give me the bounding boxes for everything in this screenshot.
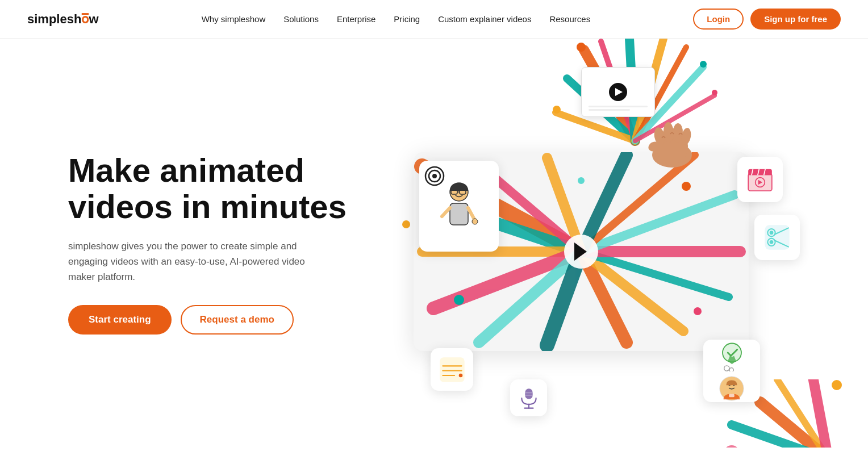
svg-point-38	[682, 182, 691, 191]
hero-right	[379, 39, 823, 448]
writing-card	[431, 348, 473, 391]
badge-card	[703, 340, 760, 402]
badge-icon	[716, 340, 748, 371]
nav-links: Why simpleshow Solutions Enterprise Pric…	[202, 14, 590, 24]
svg-point-68	[724, 365, 729, 370]
navigation: simplesho̅w Why simpleshow Solutions Ent…	[0, 0, 868, 39]
svg-rect-49	[450, 203, 468, 225]
request-demo-button[interactable]: Request a demo	[181, 305, 294, 335]
hero-subtitle: simpleshow gives you the power to create…	[68, 239, 307, 285]
nav-custom[interactable]: Custom explainer videos	[438, 14, 531, 24]
nav-solutions[interactable]: Solutions	[283, 14, 319, 24]
svg-point-10	[700, 61, 707, 68]
svg-point-79	[458, 373, 462, 377]
nav-enterprise[interactable]: Enterprise	[337, 14, 375, 24]
mic-card	[510, 379, 547, 416]
scissors-card	[754, 215, 800, 260]
svg-point-66	[770, 240, 774, 244]
hero-title: Make animated videos in minutes	[68, 152, 347, 225]
avatar-icon	[718, 375, 745, 402]
svg-point-12	[712, 90, 717, 95]
nav-actions: Login Sign up for free	[693, 9, 841, 30]
film-card	[737, 157, 783, 202]
top-video-card	[581, 67, 655, 117]
svg-point-39	[454, 295, 464, 305]
dot-orange	[402, 220, 410, 228]
svg-point-9	[577, 43, 586, 52]
svg-point-11	[553, 106, 561, 114]
svg-point-65	[770, 231, 774, 235]
svg-point-69	[729, 367, 733, 371]
nav-resources[interactable]: Resources	[549, 14, 590, 24]
writing-icon	[438, 356, 466, 384]
svg-line-51	[468, 208, 475, 220]
hero-buttons: Start creating Request a demo	[68, 305, 347, 335]
svg-point-93	[726, 445, 740, 448]
svg-line-50	[442, 208, 450, 216]
microphone-icon	[517, 386, 541, 410]
start-creating-button[interactable]: Start creating	[68, 305, 172, 335]
svg-point-41	[578, 177, 585, 184]
target-icon	[424, 165, 445, 187]
nav-why[interactable]: Why simpleshow	[202, 14, 266, 24]
hero-section: Make animated videos in minutes simplesh…	[0, 39, 868, 448]
svg-rect-74	[729, 394, 735, 397]
nav-pricing[interactable]: Pricing	[394, 14, 420, 24]
scissors-icon	[763, 223, 791, 252]
svg-rect-75	[440, 357, 464, 382]
person-character	[436, 179, 482, 244]
svg-point-40	[694, 307, 702, 315]
character-card	[419, 161, 499, 252]
svg-point-52	[472, 219, 478, 224]
clapperboard-icon	[746, 165, 774, 194]
logo[interactable]: simplesho̅w	[27, 12, 99, 27]
svg-point-44	[432, 174, 437, 178]
svg-rect-80	[525, 388, 532, 399]
trusted-section: Trusted by the world's leading organizat…	[0, 448, 868, 464]
signup-button[interactable]: Sign up for free	[750, 9, 841, 30]
login-button[interactable]: Login	[693, 9, 744, 30]
top-play-button	[609, 83, 627, 101]
hero-left: Make animated videos in minutes simplesh…	[68, 39, 347, 335]
svg-point-92	[832, 380, 842, 390]
